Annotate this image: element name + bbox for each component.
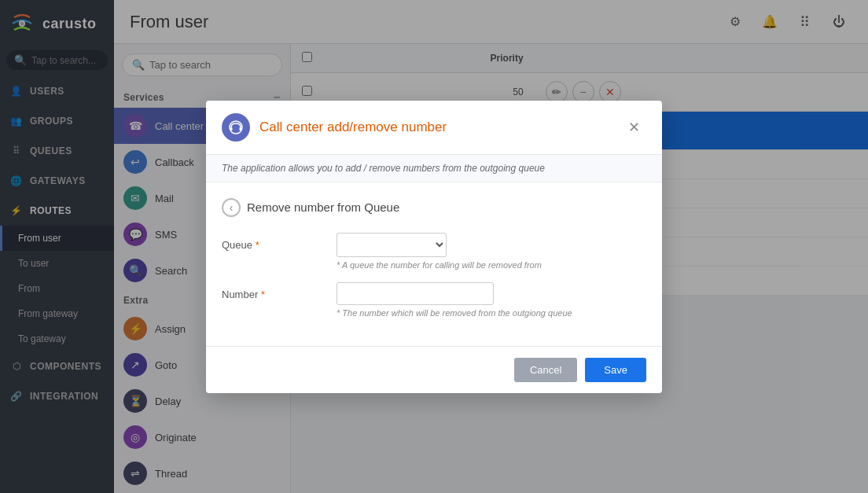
section-title-text: Remove number from Queue <box>247 201 399 214</box>
number-field: * The number which will be removed from … <box>337 282 646 318</box>
modal-footer: Cancel Save <box>206 346 662 393</box>
modal-description: The application allows you to add / remo… <box>206 155 662 182</box>
queue-field: * A queue the number for calling will be… <box>337 233 646 270</box>
queue-select[interactable] <box>337 233 447 257</box>
modal-close-button[interactable]: ✕ <box>622 116 646 139</box>
modal-overlay: Call center add/remove number ✕ The appl… <box>0 0 868 493</box>
number-form-row: Number * * The number which will be remo… <box>222 282 646 318</box>
number-label: Number * <box>222 282 324 300</box>
back-button[interactable]: ‹ <box>222 198 241 217</box>
modal-body: ‹ Remove number from Queue Queue * * A q… <box>206 182 662 346</box>
number-hint: * The number which will be removed from … <box>337 308 646 318</box>
svg-rect-4 <box>230 127 233 131</box>
modal-section-title: ‹ Remove number from Queue <box>222 198 646 217</box>
cancel-button[interactable]: Cancel <box>514 358 577 382</box>
modal-app-icon <box>222 113 250 142</box>
headset-icon <box>228 120 244 135</box>
save-button[interactable]: Save <box>585 358 646 382</box>
modal: Call center add/remove number ✕ The appl… <box>206 101 662 393</box>
modal-title: Call center add/remove number <box>259 120 447 135</box>
svg-rect-5 <box>240 127 242 131</box>
modal-title-area: Call center add/remove number <box>222 113 447 142</box>
queue-hint: * A queue the number for calling will be… <box>337 260 646 270</box>
number-input[interactable] <box>337 282 494 305</box>
queue-label: Queue * <box>222 233 324 251</box>
queue-form-row: Queue * * A queue the number for calling… <box>222 233 646 270</box>
modal-header: Call center add/remove number ✕ <box>206 101 662 155</box>
